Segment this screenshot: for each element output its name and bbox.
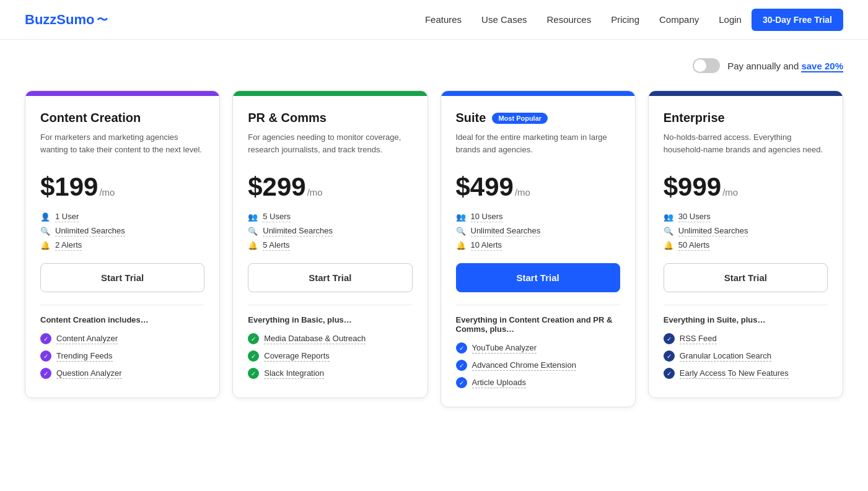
feature-icon: 🔔 — [664, 241, 673, 250]
plan-body: SuiteMost Popular Ideal for the entire m… — [441, 96, 635, 407]
nav-use-cases[interactable]: Use Cases — [481, 14, 527, 25]
includes-item: ✓ Granular Location Search — [664, 350, 828, 362]
save-label: save 20% — [801, 61, 843, 72]
nav-company[interactable]: Company — [659, 14, 699, 25]
annual-toggle-label: Pay annually and save 20% — [727, 61, 843, 71]
feature-icon: 👤 — [40, 212, 50, 222]
divider — [248, 305, 412, 305]
divider — [40, 305, 204, 305]
most-popular-badge: Most Popular — [492, 113, 548, 124]
plan-feature: 🔔 10 Alerts — [456, 240, 620, 251]
feature-icon: 👥 — [248, 212, 258, 222]
plan-body: PR & Comms For agencies needing to monit… — [233, 96, 427, 398]
check-icon: ✓ — [248, 350, 259, 362]
divider — [664, 305, 828, 305]
includes-item: ✓ RSS Feed — [664, 333, 828, 344]
plan-feature: 🔔 50 Alerts — [664, 240, 828, 251]
feature-icon: 🔍 — [248, 227, 258, 236]
logo-wave-icon: 〜 — [97, 12, 108, 27]
plan-name: Enterprise — [664, 111, 828, 125]
includes-item: ✓ Coverage Reports — [248, 350, 412, 362]
plan-features-list: 👤 1 User 🔍 Unlimited Searches 🔔 2 Alerts — [40, 212, 204, 251]
annual-toggle-row: Pay annually and save 20% — [25, 58, 843, 73]
plan-features-list: 👥 10 Users 🔍 Unlimited Searches 🔔 10 Ale… — [456, 212, 620, 251]
main-content: Pay annually and save 20% Content Creati… — [0, 40, 868, 491]
free-trial-button[interactable]: 30-Day Free Trial — [752, 9, 843, 31]
annual-toggle-switch[interactable] — [693, 58, 720, 73]
feature-text: 10 Alerts — [471, 240, 502, 251]
plan-features-list: 👥 5 Users 🔍 Unlimited Searches 🔔 5 Alert… — [248, 212, 412, 251]
includes-item: ✓ Media Database & Outreach — [248, 333, 412, 344]
nav-features[interactable]: Features — [425, 14, 462, 25]
price-amount: $499 — [456, 172, 514, 202]
feature-icon: 🔔 — [456, 241, 466, 250]
feature-text: Unlimited Searches — [471, 226, 541, 237]
nav-resources[interactable]: Resources — [546, 14, 591, 25]
includes-item-text: Question Analyzer — [56, 368, 122, 379]
includes-item: ✓ Content Analyzer — [40, 333, 204, 344]
includes-list: ✓ Content Analyzer ✓ Trending Feeds ✓ Qu… — [40, 333, 204, 379]
check-icon: ✓ — [664, 368, 675, 379]
plan-desc: Ideal for the entire marketing team in l… — [456, 131, 620, 161]
feature-icon: 🔍 — [40, 227, 50, 236]
start-trial-button[interactable]: Start Trial — [248, 263, 412, 292]
check-icon: ✓ — [248, 333, 259, 344]
feature-icon: 🔔 — [248, 241, 258, 250]
feature-icon: 👥 — [456, 212, 466, 222]
includes-item-text: Coverage Reports — [264, 351, 330, 362]
includes-item: ✓ Slack Integration — [248, 368, 412, 379]
feature-icon: 🔔 — [40, 241, 50, 250]
feature-text: Unlimited Searches — [678, 226, 748, 237]
includes-list: ✓ RSS Feed ✓ Granular Location Search ✓ … — [664, 333, 828, 379]
includes-label: Everything in Suite, plus… — [664, 315, 828, 324]
includes-item: ✓ Advanced Chrome Extension — [456, 360, 620, 371]
nav-pricing[interactable]: Pricing — [611, 14, 639, 25]
check-icon: ✓ — [40, 333, 51, 344]
start-trial-button[interactable]: Start Trial — [664, 263, 828, 292]
feature-text: 2 Alerts — [55, 240, 82, 251]
includes-item: ✓ YouTube Analyzer — [456, 342, 620, 354]
plan-features-list: 👥 30 Users 🔍 Unlimited Searches 🔔 50 Ale… — [664, 212, 828, 251]
check-icon: ✓ — [456, 377, 467, 388]
plan-feature: 🔍 Unlimited Searches — [40, 226, 204, 237]
login-button[interactable]: Login — [719, 14, 742, 25]
logo[interactable]: BuzzSumo〜 — [25, 12, 108, 28]
includes-list: ✓ Media Database & Outreach ✓ Coverage R… — [248, 333, 412, 379]
feature-text: 1 User — [55, 212, 79, 222]
includes-item-text: Granular Location Search — [680, 351, 771, 362]
plan-price: $499 /mo — [456, 172, 620, 202]
plan-card-pr-comms: PR & Comms For agencies needing to monit… — [232, 90, 427, 398]
check-icon: ✓ — [40, 368, 51, 379]
feature-text: 10 Users — [471, 212, 503, 222]
plan-feature: 🔍 Unlimited Searches — [248, 226, 412, 237]
price-period: /mo — [307, 187, 323, 198]
includes-item-text: YouTube Analyzer — [472, 343, 537, 354]
feature-text: 5 Users — [263, 212, 291, 222]
plan-name: PR & Comms — [248, 111, 412, 125]
includes-item-text: Trending Feeds — [56, 351, 113, 362]
start-trial-button[interactable]: Start Trial — [40, 263, 204, 292]
navigation: BuzzSumo〜 Features Use Cases Resources P… — [0, 0, 868, 40]
includes-label: Everything in Content Creation and PR & … — [456, 315, 620, 334]
includes-item: ✓ Question Analyzer — [40, 368, 204, 379]
plan-feature: 🔔 5 Alerts — [248, 240, 412, 251]
includes-item-text: Article Uploads — [472, 378, 526, 388]
includes-item-text: Slack Integration — [264, 368, 324, 379]
includes-list: ✓ YouTube Analyzer ✓ Advanced Chrome Ext… — [456, 342, 620, 388]
includes-label: Everything in Basic, plus… — [248, 315, 412, 324]
plan-desc: For agencies needing to monitor coverage… — [248, 131, 412, 161]
plan-feature: 👥 5 Users — [248, 212, 412, 222]
price-period: /mo — [99, 187, 115, 198]
feature-icon: 🔍 — [456, 227, 466, 236]
plan-bar — [649, 91, 843, 96]
plan-bar — [233, 91, 427, 96]
includes-item-text: Early Access To New Features — [680, 368, 789, 379]
plan-feature: 🔍 Unlimited Searches — [664, 226, 828, 237]
feature-text: 30 Users — [678, 212, 711, 222]
price-amount: $199 — [40, 172, 98, 202]
includes-item-text: Content Analyzer — [56, 334, 118, 344]
plan-price: $299 /mo — [248, 172, 412, 202]
check-icon: ✓ — [456, 342, 467, 354]
nav-links: Features Use Cases Resources Pricing Com… — [425, 14, 699, 25]
start-trial-button[interactable]: Start Trial — [456, 263, 620, 292]
